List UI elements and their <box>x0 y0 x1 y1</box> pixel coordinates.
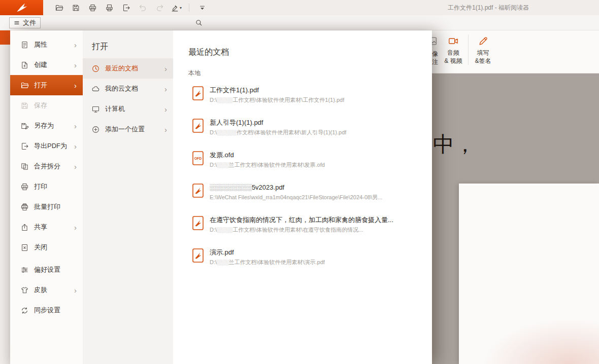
batch-print-icon <box>20 203 29 211</box>
file-menu-item[interactable]: 关闭 <box>10 237 83 258</box>
recent-file-item[interactable]: 演示.pdf D:\░░░兰工作文档\体验软件使用素材\演示.pdf <box>192 244 432 276</box>
open-panel-item[interactable]: 最近的文档 › <box>83 58 173 79</box>
toolbar-button[interactable]: ▾ <box>102 1 117 14</box>
file-meta: 演示.pdf D:\░░░兰工作文档\体验软件使用素材\演示.pdf <box>210 247 325 276</box>
fill-sign-icon <box>478 35 489 47</box>
app-window: ▾ ▾ ▾ ▾ ▾ ▾ ▾ <box>0 0 599 364</box>
window-title: 工作文件1(1).pdf - 福昕阅读器 <box>448 0 529 15</box>
toolbar-separator <box>189 4 189 12</box>
toolbar-button[interactable]: ▾ <box>152 1 167 14</box>
save-file-icon <box>20 101 29 110</box>
skin-icon <box>20 286 29 295</box>
file-menu-item[interactable]: 打印 <box>10 176 83 197</box>
file-menu-item[interactable]: 导出PDF为 › <box>10 136 83 156</box>
recent-file-item[interactable]: 发票.ofd D:\░░░兰工作文档\体验软件使用素材\发票.ofd <box>192 147 432 179</box>
toolbar-button[interactable]: ▾ <box>169 1 184 14</box>
open-panel-title: 打开 <box>83 30 173 58</box>
pdf-file-icon <box>192 119 204 133</box>
file-menu-item-label: 共享 <box>34 223 69 232</box>
search-button[interactable] <box>192 16 205 29</box>
file-meta: 新人引导(1)(1).pdf D:\░░░░░作文档\体验软件使用素材\新人引导… <box>210 118 346 147</box>
file-menu-item[interactable]: 属性 › <box>10 34 83 55</box>
toolbar-button[interactable]: ▾ <box>118 1 134 14</box>
file-menu-item[interactable]: 创建 › <box>10 55 83 75</box>
file-meta: 在遵守饮食指南的情况下，红肉，加工肉和家禽的膳食摄入量... D:\░░░░工作… <box>210 215 393 244</box>
open-panel-item[interactable]: 我的云文档 › <box>83 79 173 99</box>
combine-split-icon <box>20 162 29 171</box>
submenu-arrow-icon: › <box>164 65 167 72</box>
quick-print-icon <box>105 4 114 12</box>
toolbar-button[interactable]: ▾ <box>85 1 100 14</box>
ribbon-button-label: &签名 <box>475 57 491 65</box>
file-menu-item[interactable]: 皮肤 › <box>10 280 83 300</box>
ofd-file-icon <box>192 151 204 165</box>
submenu-arrow-icon: › <box>164 85 167 93</box>
cutoff-button-label-line: 像 <box>432 50 438 58</box>
toolbar-button[interactable]: ▾ <box>194 1 210 14</box>
open-panel-item[interactable]: 计算机 › <box>83 99 173 119</box>
image-annotation-icon <box>432 35 437 47</box>
file-name: 发票.ofd <box>210 150 325 160</box>
ribbon-button[interactable]: 填写 &签名 <box>468 34 495 65</box>
file-meta: 发票.ofd D:\░░░兰工作文档\体验软件使用素材\发票.ofd <box>210 150 325 179</box>
open-panel-item[interactable]: 添加一个位置 › <box>83 119 173 139</box>
ribbon-button-label: & 视频 <box>444 57 462 65</box>
document-page <box>459 184 599 364</box>
file-menu-item-label: 打印 <box>34 182 77 191</box>
ribbon-cutoff-button[interactable]: 像 注 <box>432 34 438 66</box>
pdf-file-icon <box>192 216 204 230</box>
submenu-arrow-icon: › <box>74 163 77 170</box>
file-menu-item[interactable]: 另存为 › <box>10 116 83 136</box>
toolbar-button[interactable]: ▾ <box>51 1 66 14</box>
file-menu-item-label: 保存 <box>34 101 77 110</box>
toolbar-button[interactable]: ▾ <box>68 1 83 14</box>
file-menu-item[interactable]: 打开 › <box>10 75 83 95</box>
recent-file-item[interactable]: 新人引导(1)(1).pdf D:\░░░░░作文档\体验软件使用素材\新人引导… <box>192 114 432 147</box>
file-backstage-menu: 属性 › 创建 › 打开 › 保存 另存为 › <box>10 30 432 364</box>
recent-file-item[interactable]: 工作文件1(1).pdf D:\░░░░工作文档\体验软件使用素材\工作文件1(… <box>192 82 432 114</box>
file-path: D:\░░░░工作文档\体验软件使用素材\在遵守饮食指南的情况... <box>210 225 393 235</box>
title-bar: ▾ ▾ ▾ ▾ ▾ ▾ ▾ <box>0 0 599 15</box>
file-path: D:\░░░░工作文档\体验软件使用素材\工作文件1(1).pdf <box>210 95 344 105</box>
file-menu-item[interactable]: 保存 <box>10 95 83 116</box>
recent-files-list: 工作文件1(1).pdf D:\░░░░工作文档\体验软件使用素材\工作文件1(… <box>192 82 432 276</box>
add-place-icon <box>91 125 100 134</box>
file-menu-item[interactable]: 批量打印 <box>10 197 83 217</box>
file-path: D:\░░░兰工作文档\体验软件使用素材\演示.pdf <box>210 257 325 267</box>
search-icon <box>195 19 203 26</box>
file-name: ░░░░░░░░░5v2023.pdf <box>210 183 382 192</box>
customize-toolbar-icon <box>198 4 207 12</box>
recent-documents-title: 最近的文档 <box>188 47 432 57</box>
hamburger-icon <box>14 20 20 26</box>
file-menu-item[interactable]: 同步设置 <box>10 300 83 320</box>
ribbon-button-label: 填写 <box>477 49 489 57</box>
ribbon-edge-highlight <box>0 30 10 45</box>
file-menu-item[interactable]: 共享 › <box>10 217 83 237</box>
redo-icon <box>155 4 164 12</box>
file-menu-item[interactable]: 偏好设置 <box>10 260 83 280</box>
file-menu-button[interactable]: 文件 <box>9 17 41 28</box>
pdf-file-icon <box>192 184 204 198</box>
recent-file-item[interactable]: 在遵守饮食指南的情况下，红肉，加工肉和家禽的膳食摄入量... D:\░░░░工作… <box>192 211 432 244</box>
recent-docs-icon <box>91 64 100 73</box>
ribbon-button-group: 音频 & 视频 填写 &签名 <box>440 34 495 65</box>
open-panel: 打开 最近的文档 › 我的云文档 › 计算机 › <box>83 30 173 364</box>
save-file-icon <box>72 4 80 12</box>
open-panel-item-label: 最近的文档 <box>105 64 159 73</box>
file-menu-item-label: 关闭 <box>34 243 77 252</box>
submenu-arrow-icon: › <box>74 82 77 89</box>
recent-file-item[interactable]: ░░░░░░░░░5v2023.pdf E:\WeChat Files\wxid… <box>192 179 432 211</box>
submenu-arrow-icon: › <box>74 41 77 49</box>
open-panel-item-label: 添加一个位置 <box>105 125 159 134</box>
pdf-file-icon <box>192 248 204 263</box>
file-menu-sidebar: 属性 › 创建 › 打开 › 保存 另存为 › <box>10 30 83 364</box>
foxit-logo-button[interactable] <box>0 0 43 15</box>
toolbar-button[interactable]: ▾ <box>135 1 150 14</box>
file-name: 在遵守饮食指南的情况下，红肉，加工肉和家禽的膳食摄入量... <box>210 215 393 225</box>
file-menu-item[interactable]: 合并拆分 › <box>10 156 83 176</box>
ribbon-button[interactable]: 音频 & 视频 <box>440 34 467 65</box>
cutoff-button-label-line: 注 <box>432 58 438 66</box>
create-pdf-icon <box>20 61 29 69</box>
file-name: 新人引导(1)(1).pdf <box>210 118 346 127</box>
submenu-arrow-icon: › <box>164 105 167 113</box>
